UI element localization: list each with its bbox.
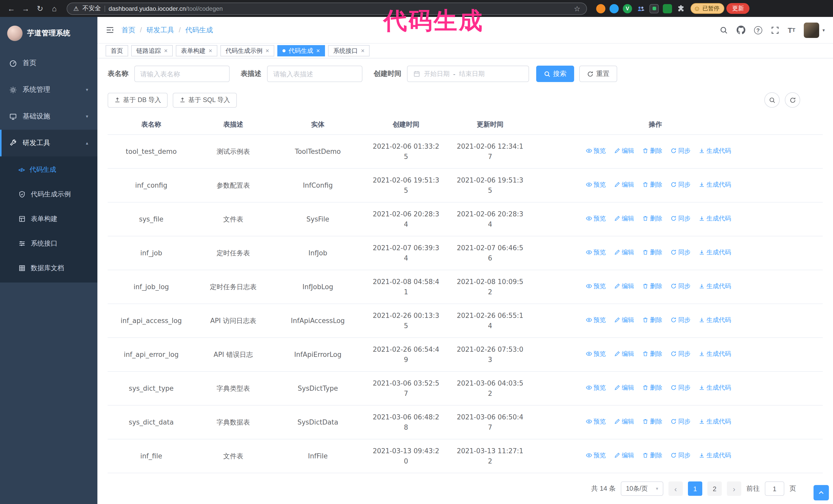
edit-link[interactable]: 编辑 [614, 316, 634, 325]
table-name-input[interactable] [134, 66, 230, 82]
tab-codegen-example[interactable]: 代码生成示例× [220, 45, 274, 56]
extension-fox-icon[interactable] [596, 4, 605, 13]
tab-home[interactable]: 首页 [105, 45, 128, 56]
edit-link[interactable]: 编辑 [614, 383, 634, 392]
delete-link[interactable]: 删除 [642, 248, 662, 257]
delete-link[interactable]: 删除 [642, 350, 662, 359]
edit-link[interactable]: 编辑 [614, 451, 634, 460]
extension-green-icon[interactable] [663, 4, 672, 13]
forward-button[interactable]: → [20, 2, 32, 15]
page-button-2[interactable]: 2 [708, 481, 722, 496]
edit-link[interactable]: 编辑 [614, 248, 634, 257]
fullscreen-icon[interactable] [771, 26, 779, 34]
sidebar-toggle-icon[interactable] [105, 26, 114, 34]
generate-code-link[interactable]: 生成代码 [699, 180, 731, 189]
delete-link[interactable]: 删除 [642, 214, 662, 223]
goto-page-input[interactable] [765, 481, 784, 496]
sidebar-item-codegen-example[interactable]: 代码生成示例 [0, 182, 97, 207]
generate-code-link[interactable]: 生成代码 [699, 282, 731, 291]
delete-link[interactable]: 删除 [642, 316, 662, 325]
import-db-button[interactable]: 基于 DB 导入 [108, 93, 168, 107]
extensions-puzzle-icon[interactable] [676, 4, 685, 13]
preview-link[interactable]: 预览 [586, 383, 606, 392]
sidebar-item-system-api[interactable]: 系统接口 [0, 231, 97, 256]
delete-link[interactable]: 删除 [642, 282, 662, 291]
preview-link[interactable]: 预览 [586, 180, 606, 189]
preview-link[interactable]: 预览 [586, 248, 606, 257]
delete-link[interactable]: 删除 [642, 451, 662, 460]
generate-code-link[interactable]: 生成代码 [699, 248, 731, 257]
preview-link[interactable]: 预览 [586, 417, 606, 426]
font-size-icon[interactable]: TT [788, 26, 795, 34]
sidebar-item-system[interactable]: 系统管理 ▾ [0, 76, 97, 103]
delete-link[interactable]: 删除 [642, 146, 662, 155]
preview-link[interactable]: 预览 [586, 146, 606, 155]
table-desc-input[interactable] [267, 66, 362, 82]
github-icon[interactable] [737, 26, 745, 34]
tab-close-icon[interactable]: × [316, 48, 320, 54]
breadcrumb-devtools[interactable]: 研发工具 [147, 25, 174, 34]
delete-link[interactable]: 删除 [642, 383, 662, 392]
sync-link[interactable]: 同步 [670, 180, 690, 189]
import-sql-button[interactable]: 基于 SQL 导入 [173, 93, 237, 107]
home-button[interactable]: ⌂ [48, 2, 61, 15]
edit-link[interactable]: 编辑 [614, 214, 634, 223]
generate-code-link[interactable]: 生成代码 [699, 350, 731, 359]
sync-link[interactable]: 同步 [670, 417, 690, 426]
sync-link[interactable]: 同步 [670, 383, 690, 392]
sync-link[interactable]: 同步 [670, 350, 690, 359]
paused-badge[interactable]: ☺ 已暂停 [690, 3, 724, 14]
sync-link[interactable]: 同步 [670, 316, 690, 325]
next-page-button[interactable]: › [727, 481, 741, 496]
reset-button[interactable]: 重置 [579, 66, 617, 82]
extension-drop-icon[interactable] [610, 4, 619, 13]
sidebar-item-home[interactable]: 首页 [0, 50, 97, 76]
delete-link[interactable]: 删除 [642, 180, 662, 189]
reload-button[interactable]: ↻ [34, 2, 46, 15]
edit-link[interactable]: 编辑 [614, 417, 634, 426]
back-button[interactable]: ← [5, 2, 18, 15]
search-icon[interactable] [720, 26, 728, 34]
help-icon[interactable]: ? [754, 26, 762, 34]
sidebar-item-infra[interactable]: 基础设施 ▾ [0, 103, 97, 130]
generate-code-link[interactable]: 生成代码 [699, 417, 731, 426]
sync-link[interactable]: 同步 [670, 146, 690, 155]
generate-code-link[interactable]: 生成代码 [699, 146, 731, 155]
preview-link[interactable]: 预览 [586, 316, 606, 325]
page-button-1[interactable]: 1 [688, 481, 702, 496]
tab-close-icon[interactable]: × [164, 48, 168, 54]
sidebar-item-devtools[interactable]: 研发工具 ▴ [0, 130, 97, 157]
refresh-table-button[interactable] [785, 92, 800, 108]
generate-code-link[interactable]: 生成代码 [699, 316, 731, 325]
preview-link[interactable]: 预览 [586, 282, 606, 291]
breadcrumb-home[interactable]: 首页 [121, 25, 135, 34]
sidebar-item-form-builder[interactable]: 表单构建 [0, 207, 97, 231]
date-range-picker[interactable]: 开始日期 - 结束日期 [407, 66, 529, 82]
tab-close-icon[interactable]: × [209, 48, 212, 54]
security-warning-icon[interactable]: ⚠ [73, 5, 79, 12]
tab-system-api[interactable]: 系统接口× [328, 45, 370, 56]
extension-dark-icon[interactable] [649, 4, 659, 13]
delete-link[interactable]: 删除 [642, 417, 662, 426]
edit-link[interactable]: 编辑 [614, 180, 634, 189]
page-size-select[interactable]: 10条/页 ▾ [621, 481, 663, 496]
app-logo[interactable]: 芋道管理系统 [0, 17, 97, 50]
tab-close-icon[interactable]: × [265, 48, 269, 54]
generate-code-link[interactable]: 生成代码 [699, 383, 731, 392]
sidebar-item-db-docs[interactable]: 数据库文档 [0, 256, 97, 281]
sync-link[interactable]: 同步 [670, 214, 690, 223]
sync-link[interactable]: 同步 [670, 451, 690, 460]
tab-codegen[interactable]: 代码生成× [277, 45, 325, 56]
address-bar[interactable]: ⚠ 不安全 dashboard.yudao.iocoder.cn/tool/co… [67, 2, 587, 15]
tab-trace[interactable]: 链路追踪× [131, 45, 173, 56]
extension-people-icon[interactable] [636, 4, 645, 13]
generate-code-link[interactable]: 生成代码 [699, 451, 731, 460]
sync-link[interactable]: 同步 [670, 282, 690, 291]
edit-link[interactable]: 编辑 [614, 282, 634, 291]
prev-page-button[interactable]: ‹ [668, 481, 683, 496]
toggle-search-button[interactable] [764, 92, 780, 108]
bookmark-star-icon[interactable]: ☆ [574, 4, 580, 13]
user-menu[interactable]: ▾ [804, 22, 825, 38]
tab-form-builder[interactable]: 表单构建× [176, 45, 217, 56]
search-button[interactable]: 搜索 [536, 66, 574, 82]
